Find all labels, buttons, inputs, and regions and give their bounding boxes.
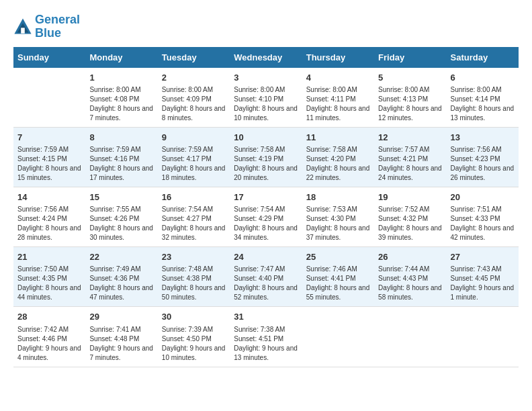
- calendar-cell: 27Sunrise: 7:43 AMSunset: 4:45 PMDayligh…: [447, 247, 519, 307]
- cell-sunrise: Sunrise: 7:48 AM: [162, 265, 226, 274]
- day-number: 17: [234, 191, 298, 203]
- cell-daylight: Daylight: 8 hours and 8 minutes.: [162, 104, 226, 123]
- cell-sunset: Sunset: 4:24 PM: [17, 214, 81, 224]
- calendar-cell: 8Sunrise: 7:59 AMSunset: 4:16 PMDaylight…: [85, 127, 157, 187]
- cell-daylight: Daylight: 8 hours and 52 minutes.: [234, 283, 298, 302]
- day-number: 21: [17, 251, 81, 263]
- cell-daylight: Daylight: 8 hours and 28 minutes.: [17, 224, 81, 242]
- cell-daylight: Daylight: 8 hours and 30 minutes.: [89, 224, 153, 242]
- day-number: 2: [162, 72, 226, 84]
- calendar-cell: 16Sunrise: 7:54 AMSunset: 4:27 PMDayligh…: [158, 187, 230, 246]
- day-number: 30: [162, 311, 226, 323]
- calendar-cell: 21Sunrise: 7:50 AMSunset: 4:35 PMDayligh…: [13, 247, 85, 307]
- cell-sunrise: Sunrise: 7:43 AM: [451, 265, 515, 274]
- cell-sunrise: Sunrise: 7:58 AM: [306, 145, 370, 154]
- day-number: 10: [234, 132, 298, 144]
- cell-daylight: Daylight: 9 hours and 13 minutes.: [234, 344, 298, 363]
- cell-sunset: Sunset: 4:11 PM: [306, 95, 370, 104]
- calendar-cell: 10Sunrise: 7:58 AMSunset: 4:19 PMDayligh…: [230, 127, 302, 187]
- day-number: 19: [378, 191, 442, 203]
- cell-sunrise: Sunrise: 7:53 AM: [306, 205, 370, 214]
- calendar-cell: 31Sunrise: 7:38 AMSunset: 4:51 PMDayligh…: [230, 307, 302, 367]
- cell-sunset: Sunset: 4:51 PM: [234, 334, 298, 344]
- cell-sunset: Sunset: 4:13 PM: [378, 95, 442, 104]
- cell-sunrise: Sunrise: 7:39 AM: [162, 325, 226, 334]
- week-row-0: 1Sunrise: 8:00 AMSunset: 4:08 PMDaylight…: [13, 68, 519, 128]
- cell-sunrise: Sunrise: 8:00 AM: [89, 85, 153, 95]
- cell-daylight: Daylight: 8 hours and 58 minutes.: [378, 283, 442, 302]
- cell-sunset: Sunset: 4:36 PM: [89, 274, 153, 283]
- day-header-tuesday: Tuesday: [158, 47, 230, 68]
- day-number: 11: [306, 132, 370, 144]
- calendar-table: SundayMondayTuesdayWednesdayThursdayFrid…: [13, 47, 519, 367]
- cell-sunset: Sunset: 4:43 PM: [378, 274, 442, 283]
- cell-daylight: Daylight: 8 hours and 13 minutes.: [451, 104, 515, 123]
- calendar-cell: 4Sunrise: 8:00 AMSunset: 4:11 PMDaylight…: [302, 68, 374, 128]
- calendar-cell: 13Sunrise: 7:56 AMSunset: 4:23 PMDayligh…: [447, 127, 519, 187]
- cell-daylight: Daylight: 8 hours and 50 minutes.: [162, 283, 226, 302]
- cell-sunrise: Sunrise: 7:58 AM: [234, 145, 298, 154]
- cell-sunrise: Sunrise: 7:49 AM: [89, 265, 153, 274]
- cell-sunset: Sunset: 4:33 PM: [451, 214, 515, 224]
- calendar-cell: [374, 307, 446, 367]
- cell-daylight: Daylight: 8 hours and 42 minutes.: [451, 224, 515, 242]
- cell-sunrise: Sunrise: 7:38 AM: [234, 325, 298, 334]
- day-number: 3: [234, 72, 298, 84]
- cell-daylight: Daylight: 9 hours and 4 minutes.: [17, 344, 81, 363]
- calendar-cell: [447, 307, 519, 367]
- day-number: 23: [162, 251, 226, 263]
- cell-sunset: Sunset: 4:17 PM: [162, 154, 226, 164]
- cell-sunrise: Sunrise: 7:59 AM: [17, 145, 81, 154]
- cell-sunset: Sunset: 4:10 PM: [234, 95, 298, 104]
- calendar-cell: 12Sunrise: 7:57 AMSunset: 4:21 PMDayligh…: [374, 127, 446, 187]
- cell-daylight: Daylight: 8 hours and 17 minutes.: [89, 164, 153, 183]
- cell-daylight: Daylight: 9 hours and 10 minutes.: [162, 344, 226, 363]
- day-number: 16: [162, 191, 226, 203]
- calendar-cell: 9Sunrise: 7:59 AMSunset: 4:17 PMDaylight…: [158, 127, 230, 187]
- calendar-cell: 26Sunrise: 7:44 AMSunset: 4:43 PMDayligh…: [374, 247, 446, 307]
- day-number: 9: [162, 132, 226, 144]
- cell-sunrise: Sunrise: 7:56 AM: [451, 145, 515, 154]
- week-row-2: 14Sunrise: 7:56 AMSunset: 4:24 PMDayligh…: [13, 187, 519, 246]
- calendar-cell: 5Sunrise: 8:00 AMSunset: 4:13 PMDaylight…: [374, 68, 446, 128]
- cell-sunset: Sunset: 4:21 PM: [378, 154, 442, 164]
- calendar-cell: 14Sunrise: 7:56 AMSunset: 4:24 PMDayligh…: [13, 187, 85, 246]
- day-header-friday: Friday: [374, 47, 446, 68]
- day-number: 15: [89, 191, 153, 203]
- cell-daylight: Daylight: 9 hours and 7 minutes.: [89, 344, 153, 363]
- cell-sunrise: Sunrise: 7:47 AM: [234, 265, 298, 274]
- cell-daylight: Daylight: 8 hours and 7 minutes.: [89, 104, 153, 123]
- cell-sunrise: Sunrise: 7:46 AM: [306, 265, 370, 274]
- cell-sunset: Sunset: 4:19 PM: [234, 154, 298, 164]
- calendar-cell: 19Sunrise: 7:52 AMSunset: 4:32 PMDayligh…: [374, 187, 446, 246]
- calendar-cell: 11Sunrise: 7:58 AMSunset: 4:20 PMDayligh…: [302, 127, 374, 187]
- cell-daylight: Daylight: 8 hours and 22 minutes.: [306, 164, 370, 183]
- cell-sunrise: Sunrise: 7:57 AM: [378, 145, 442, 154]
- cell-sunset: Sunset: 4:40 PM: [234, 274, 298, 283]
- calendar-cell: 18Sunrise: 7:53 AMSunset: 4:30 PMDayligh…: [302, 187, 374, 246]
- calendar-cell: 30Sunrise: 7:39 AMSunset: 4:50 PMDayligh…: [158, 307, 230, 367]
- calendar-cell: 17Sunrise: 7:54 AMSunset: 4:29 PMDayligh…: [230, 187, 302, 246]
- cell-sunrise: Sunrise: 7:55 AM: [89, 205, 153, 214]
- day-number: 7: [17, 132, 81, 144]
- day-number: 20: [451, 191, 515, 203]
- cell-sunset: Sunset: 4:15 PM: [17, 154, 81, 164]
- cell-daylight: Daylight: 8 hours and 55 minutes.: [306, 283, 370, 302]
- day-number: 13: [451, 132, 515, 144]
- cell-sunrise: Sunrise: 7:50 AM: [17, 265, 81, 274]
- cell-sunset: Sunset: 4:41 PM: [306, 274, 370, 283]
- cell-daylight: Daylight: 8 hours and 34 minutes.: [234, 224, 298, 242]
- logo-icon: [13, 17, 32, 36]
- cell-sunrise: Sunrise: 7:59 AM: [162, 145, 226, 154]
- cell-sunset: Sunset: 4:20 PM: [306, 154, 370, 164]
- cell-sunrise: Sunrise: 7:42 AM: [17, 325, 81, 334]
- cell-sunrise: Sunrise: 8:00 AM: [162, 85, 226, 95]
- calendar-cell: [302, 307, 374, 367]
- calendar-cell: 20Sunrise: 7:51 AMSunset: 4:33 PMDayligh…: [447, 187, 519, 246]
- day-header-monday: Monday: [85, 47, 157, 68]
- calendar-cell: 29Sunrise: 7:41 AMSunset: 4:48 PMDayligh…: [85, 307, 157, 367]
- cell-sunset: Sunset: 4:09 PM: [162, 95, 226, 104]
- cell-daylight: Daylight: 8 hours and 11 minutes.: [306, 104, 370, 123]
- day-number: 24: [234, 251, 298, 263]
- calendar-cell: 28Sunrise: 7:42 AMSunset: 4:46 PMDayligh…: [13, 307, 85, 367]
